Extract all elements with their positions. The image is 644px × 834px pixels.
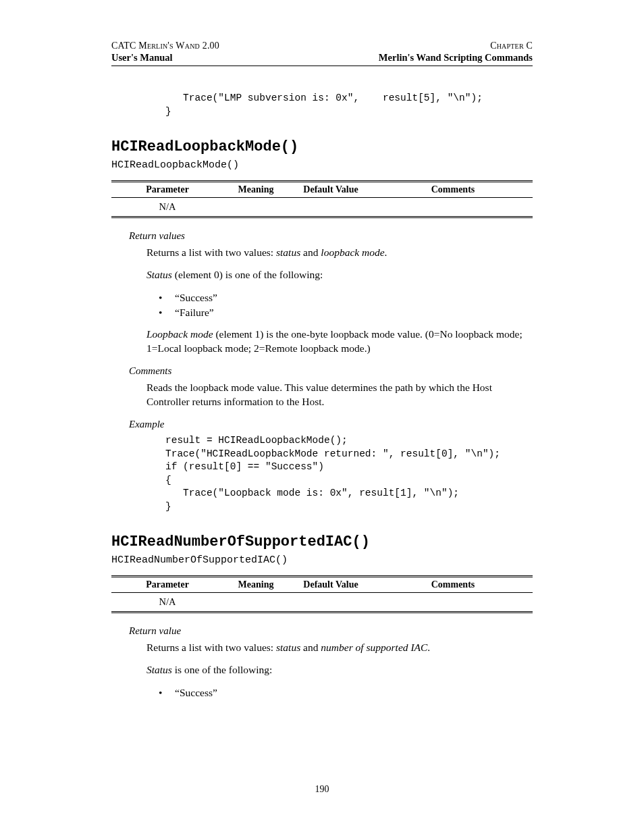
header-rule [111,66,533,66]
return-desc-2: Status (element 0) is one of the followi… [146,268,533,282]
section-title-iac: HCIReadNumberOfSupportedIAC() [111,533,533,550]
th-default: Default Value [288,577,373,593]
td-param: N/A [111,593,223,613]
td-param: N/A [111,198,223,217]
return2-desc-2: Status is one of the following: [146,663,533,677]
page-number: 190 [0,784,644,795]
th-meaning: Meaning [223,182,288,198]
return-desc-1: Returns a list with two values: status a… [146,246,533,260]
signature-iac: HCIReadNumberOfSupportedIAC() [111,554,533,566]
comments-head: Comments [129,365,533,377]
example-head: Example [129,419,533,430]
intro-code-block: Trace("LMP subversion is: 0x", result[5]… [165,92,533,118]
th-comments: Comments [373,577,533,593]
signature-loopback: HCIReadLoopbackMode() [111,159,533,171]
list-item: “Success” [159,290,533,305]
th-comments: Comments [373,182,533,198]
param-table-loopback: Parameter Meaning Default Value Comments… [111,180,533,218]
td-meaning [223,593,288,613]
running-header-top: CATC Merlin's Wand 2.00 Chapter C [111,41,533,51]
section-title-loopback: HCIReadLoopbackMode() [111,138,533,155]
example-code-loopback: result = HCIReadLoopbackMode(); Trace("H… [165,434,533,513]
header-sub-right: Merlin's Wand Scripting Commands [379,52,533,63]
header-sub-left: User's Manual [111,52,173,63]
th-parameter: Parameter [111,182,223,198]
return-value-head: Return value [129,625,533,637]
th-meaning: Meaning [223,577,288,593]
table-row: N/A [111,593,533,613]
comments-body: Reads the loopback mode value. This valu… [146,381,533,409]
return-desc-3: Loopback mode (element 1) is the one-byt… [146,328,533,356]
param-table-iac: Parameter Meaning Default Value Comments… [111,575,533,613]
td-default [288,198,373,217]
header-top-right: Chapter C [490,41,533,51]
return2-desc-1: Returns a list with two values: status a… [146,641,533,655]
td-meaning [223,198,288,217]
list-item: “Success” [159,685,533,700]
running-header-sub: User's Manual Merlin's Wand Scripting Co… [111,52,533,63]
page: CATC Merlin's Wand 2.00 Chapter C User's… [0,0,644,834]
th-parameter: Parameter [111,577,223,593]
status-bullets-2: “Success” [159,685,533,700]
th-default: Default Value [288,182,373,198]
table-row: N/A [111,198,533,217]
td-comments [373,593,533,613]
list-item: “Failure” [159,305,533,320]
td-comments [373,198,533,217]
td-default [288,593,373,613]
header-top-left: CATC Merlin's Wand 2.00 [111,41,219,51]
status-bullets: “Success” “Failure” [159,290,533,319]
return-values-head: Return values [129,230,533,242]
